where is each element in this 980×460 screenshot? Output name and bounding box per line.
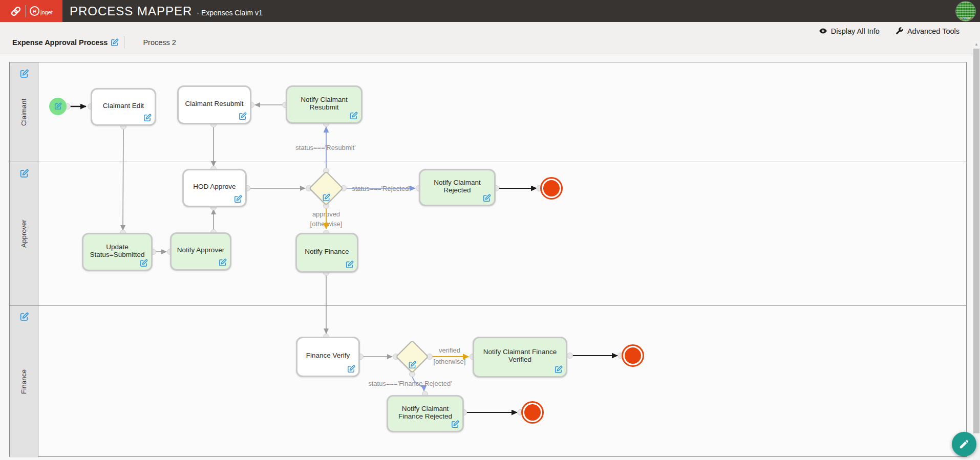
task-label: Claimant Resubmit — [185, 100, 243, 107]
edit-icon[interactable] — [238, 112, 247, 121]
tab-separator — [124, 36, 124, 49]
end-node-finance-verified[interactable] — [622, 344, 644, 367]
task-label: HOD Approve — [193, 183, 236, 190]
vertical-scrollbar[interactable]: ▲ — [973, 41, 980, 460]
toolbar: Display All Info Advanced Tools — [819, 27, 960, 35]
tab-expense-approval-process[interactable]: Expense Approval Process — [12, 38, 119, 47]
gateway-approval-decision[interactable] — [309, 171, 344, 206]
edge-label-approved: approved — [312, 210, 340, 218]
task-label: Notify Claimant Rejected — [425, 179, 489, 194]
edit-icon[interactable] — [322, 193, 331, 202]
task-notify-claimant-finance-verified[interactable]: Notify Claimant Finance Verified — [473, 337, 567, 378]
task-label: Notify Claimant Resubmit — [292, 96, 356, 111]
advanced-tools-label: Advanced Tools — [907, 27, 960, 35]
tab-label: Process 2 — [143, 38, 176, 47]
pencil-icon — [958, 439, 970, 450]
tab-process-2[interactable]: Process 2 — [143, 38, 176, 47]
task-claimant-edit[interactable]: Claimant Edit — [91, 88, 156, 126]
scrollbar-thumb[interactable] — [973, 49, 979, 433]
task-finance-verify[interactable]: Finance Verify — [296, 337, 360, 377]
display-all-info-button[interactable]: Display All Info — [819, 27, 880, 35]
task-notify-claimant-resubmit[interactable]: Notify Claimant Resubmit — [286, 85, 363, 124]
scroll-up-arrow[interactable]: ▲ — [973, 42, 980, 47]
task-label: Update Status=Submitted — [89, 243, 146, 258]
edit-icon[interactable] — [347, 365, 355, 374]
lane-header-claimant[interactable]: Claimant — [10, 62, 38, 162]
edge-label-rejected: status==='Rejected' — [352, 185, 410, 192]
start-node[interactable] — [49, 98, 67, 115]
task-notify-approver[interactable]: Notify Approver — [170, 232, 231, 271]
edit-icon[interactable] — [408, 361, 417, 369]
edge-label-finance-rejected: status==='Finance Rejected' — [368, 380, 452, 387]
lane-finance: Finance — [10, 305, 966, 457]
end-node-core — [543, 180, 560, 196]
edit-mode-fab[interactable] — [952, 432, 976, 456]
chain-link-icon — [10, 5, 22, 17]
edit-icon[interactable] — [554, 365, 563, 374]
edit-icon[interactable] — [54, 102, 62, 111]
task-label: Finance Verify — [306, 352, 350, 359]
task-label: Notify Finance — [305, 248, 349, 255]
edit-icon[interactable] — [139, 259, 148, 268]
end-node-finance-rejected[interactable] — [521, 401, 544, 424]
tab-label: Expense Approval Process — [12, 38, 108, 47]
lane-label: Finance — [10, 305, 38, 457]
avatar[interactable]: admin — [955, 1, 976, 21]
process-tabbar: Expense Approval Process Process 2 — [12, 36, 176, 49]
task-label: Notify Approver — [177, 246, 224, 254]
gateway-finance-decision[interactable] — [396, 340, 429, 373]
edit-icon[interactable] — [451, 420, 459, 429]
joget-logo-mark: e — [30, 6, 39, 16]
advanced-tools-button[interactable]: Advanced Tools — [895, 27, 960, 35]
task-label: Notify Claimant Finance Rejected — [393, 405, 457, 420]
task-notify-claimant-finance-rejected[interactable]: Notify Claimant Finance Rejected — [387, 395, 464, 432]
edit-icon[interactable] — [482, 194, 491, 203]
edit-icon[interactable] — [345, 260, 354, 269]
edge-label-otherwise-verified: [otherwise] — [434, 358, 466, 365]
edit-icon[interactable] — [143, 114, 152, 122]
title-wrap: PROCESS MAPPER - Expenses Claim v1 — [70, 4, 263, 18]
task-label: Notify Claimant Finance Verified — [479, 348, 561, 363]
joget-logo: e joget — [30, 6, 53, 16]
page-title: PROCESS MAPPER — [70, 4, 192, 18]
brand-block[interactable]: e joget — [0, 0, 62, 22]
edit-icon[interactable] — [218, 258, 227, 267]
lane-header-approver[interactable]: Approver — [10, 162, 38, 305]
task-notify-claimant-rejected[interactable]: Notify Claimant Rejected — [419, 169, 496, 206]
edge-label-otherwise-approved: [otherwise] — [310, 220, 343, 228]
lane-label: Claimant — [10, 62, 38, 162]
app-header: e joget PROCESS MAPPER - Expenses Claim … — [0, 0, 980, 22]
avatar-label: admin — [960, 16, 971, 21]
edge-label-verified: verified — [439, 346, 460, 354]
task-update-status-submitted[interactable]: Update Status=Submitted — [82, 233, 153, 271]
task-claimant-resubmit[interactable]: Claimant Resubmit — [177, 85, 251, 124]
joget-logo-text: joget — [40, 10, 53, 16]
edit-icon[interactable] — [349, 112, 358, 120]
end-node-rejected[interactable] — [540, 177, 563, 200]
edge-label-resubmit: status==='Resubmit' — [295, 144, 355, 151]
process-canvas: Claimant Approver Finance status==='Resu… — [0, 54, 980, 460]
wrench-icon — [895, 27, 904, 35]
end-node-core — [524, 404, 541, 421]
brand-separator — [26, 5, 26, 17]
page-subtitle: - Expenses Claim v1 — [197, 9, 262, 17]
sub-header: Display All Info Advanced Tools Expense … — [0, 22, 980, 54]
lane-header-finance[interactable]: Finance — [10, 305, 38, 457]
task-hod-approve[interactable]: HOD Approve — [182, 169, 247, 207]
display-all-info-label: Display All Info — [831, 27, 880, 35]
lane-label: Approver — [10, 162, 38, 305]
edit-icon[interactable] — [110, 38, 119, 47]
task-notify-finance[interactable]: Notify Finance — [295, 233, 358, 273]
edit-icon[interactable] — [233, 195, 242, 204]
eye-icon — [819, 27, 827, 35]
end-node-core — [625, 347, 641, 364]
task-label: Claimant Edit — [103, 102, 144, 109]
